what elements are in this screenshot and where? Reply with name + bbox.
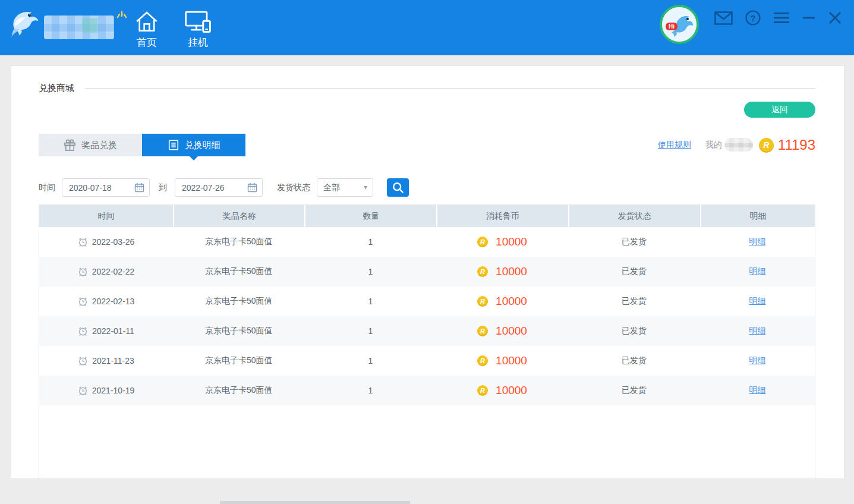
titlebar-right: Hi ?: [660, 0, 842, 55]
date-to-input[interactable]: [175, 178, 263, 197]
table-row: 2021-11-23 京东电子卡50面值 1 R 10000 已发货 明细: [39, 346, 815, 376]
mail-icon: [714, 11, 733, 25]
app-logo: [8, 5, 128, 42]
clock-icon: [78, 237, 88, 247]
row-prize: 京东电子卡50面值: [173, 286, 304, 316]
col-header-time: 时间: [39, 205, 173, 227]
tab-label: 兑换明细: [185, 140, 220, 151]
row-detail-link[interactable]: 明细: [749, 385, 765, 396]
close-button[interactable]: [828, 11, 842, 25]
close-icon: [828, 11, 842, 25]
row-prize: 京东电子卡50面值: [173, 227, 304, 257]
time-filter-label: 时间: [39, 182, 55, 193]
nav-item-home[interactable]: 首页: [134, 10, 159, 49]
my-balance-label: 我的: [705, 140, 722, 150]
help-button[interactable]: ?: [745, 10, 761, 26]
user-avatar[interactable]: Hi: [660, 5, 699, 44]
nav-item-label: 挂机: [188, 36, 208, 49]
window-controls: ?: [714, 10, 842, 26]
redacted-brand-name: [44, 15, 114, 39]
col-header-qty: 数量: [304, 205, 436, 227]
date-to-wrap: [175, 178, 263, 197]
date-from-input[interactable]: [62, 178, 150, 197]
search-button[interactable]: [387, 178, 409, 197]
home-icon: [134, 10, 159, 33]
row-cost: 10000: [496, 384, 527, 397]
back-row: 返回: [39, 102, 815, 118]
tab-exchange-details[interactable]: 兑换明细: [142, 134, 245, 156]
row-date: 2022-02-13: [92, 297, 135, 306]
ship-status-value: 全部: [323, 182, 340, 193]
minimize-icon: [802, 12, 815, 24]
coin-icon: R: [477, 237, 488, 247]
row-status: 已发货: [568, 257, 700, 286]
exchange-history-table: 时间 奖品名称 数量 消耗鲁币 发货状态 明细: [39, 204, 815, 479]
chevron-down-icon: ▾: [364, 183, 367, 191]
to-label: 到: [159, 182, 167, 193]
tab-label: 奖品兑换: [81, 140, 117, 151]
usage-rules-link[interactable]: 使用规则: [658, 140, 691, 150]
back-button[interactable]: 返回: [744, 102, 815, 118]
sparkle-icon: [115, 10, 128, 21]
minimize-button[interactable]: [802, 12, 815, 24]
row-prize: 京东电子卡50面值: [173, 316, 304, 346]
titlebar: 首页 挂机 Hi: [0, 0, 854, 55]
ship-status-label: 发货状态: [277, 182, 310, 193]
table-row: 2022-03-26 京东电子卡50面值 1 R 10000 已发货 明细: [39, 227, 815, 257]
row-status: 已发货: [568, 376, 700, 405]
table-row: 2022-02-22 京东电子卡50面值 1 R 10000 已发货 明细: [39, 257, 815, 286]
window-bottom-margin: [0, 479, 854, 504]
coin-icon: R: [477, 355, 488, 366]
nav-item-hangup[interactable]: 挂机: [184, 10, 212, 49]
dolphin-logo-icon: [8, 5, 42, 42]
row-status: 已发货: [568, 346, 700, 376]
coin-icon: R: [477, 296, 488, 307]
clock-icon: [78, 356, 88, 366]
mail-button[interactable]: [714, 11, 733, 25]
row-date: 2021-10-19: [92, 386, 135, 395]
menu-button[interactable]: [773, 12, 790, 24]
row-qty: 1: [304, 346, 436, 376]
row-detail-link[interactable]: 明细: [749, 266, 765, 277]
coin-icon: R: [477, 266, 488, 277]
col-header-status: 发货状态: [568, 205, 700, 227]
col-header-prize: 奖品名称: [173, 205, 304, 227]
row-cost: 10000: [496, 235, 527, 248]
row-detail-link[interactable]: 明细: [749, 237, 765, 247]
page-title: 兑换商城: [39, 83, 74, 94]
title-divider: [85, 88, 815, 89]
tab-prize-exchange[interactable]: 奖品兑换: [39, 134, 142, 156]
nav-item-label: 首页: [137, 36, 157, 49]
exchange-mall-panel: 兑换商城 返回 奖品兑换: [11, 65, 844, 479]
table-row: 2022-01-11 京东电子卡50面值 1 R 10000 已发货 明细: [39, 316, 815, 346]
row-qty: 1: [304, 286, 436, 316]
row-detail-link[interactable]: 明细: [749, 355, 765, 366]
svg-text:Hi: Hi: [669, 23, 675, 30]
table-header: 时间 奖品名称 数量 消耗鲁币 发货状态 明细: [39, 205, 815, 227]
row-date: 2022-01-11: [92, 326, 134, 336]
row-date: 2022-03-26: [92, 237, 135, 247]
tabs: 奖品兑换 兑换明细: [39, 134, 245, 156]
row-cost: 10000: [496, 265, 527, 278]
col-header-detail: 明细: [700, 205, 815, 227]
row-detail-link[interactable]: 明细: [749, 296, 765, 307]
coin-icon: R: [759, 138, 774, 153]
clock-icon: [78, 386, 88, 396]
row-prize: 京东电子卡50面值: [173, 346, 304, 376]
row-qty: 1: [304, 257, 436, 286]
help-icon: ?: [745, 10, 761, 26]
balance-value: 11193: [778, 137, 815, 153]
row-detail-link[interactable]: 明细: [749, 326, 765, 336]
main-nav: 首页 挂机: [134, 10, 212, 49]
row-date: 2021-11-23: [92, 356, 134, 366]
row-qty: 1: [304, 227, 436, 257]
clock-icon: [78, 326, 88, 336]
table-body: 2022-03-26 京东电子卡50面值 1 R 10000 已发货 明细: [39, 227, 815, 405]
menu-icon: [773, 12, 790, 24]
ship-status-select[interactable]: 全部 ▾: [317, 178, 373, 197]
row-status: 已发货: [568, 227, 700, 257]
row-date: 2022-02-22: [92, 267, 135, 276]
app-window: 首页 挂机 Hi: [0, 0, 854, 504]
clock-icon: [78, 297, 88, 307]
balance-group: 使用规则 我的 R 11193: [658, 137, 815, 153]
